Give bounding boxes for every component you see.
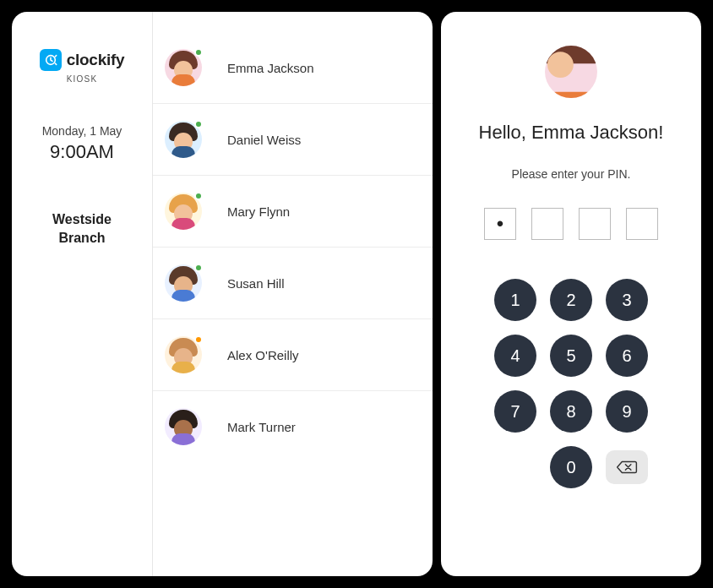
status-dot — [194, 48, 203, 57]
person-name: Susan Hill — [227, 276, 285, 291]
time-text: 9:00AM — [42, 141, 122, 163]
keypad-key-7[interactable]: 7 — [494, 390, 536, 433]
avatar — [165, 121, 202, 158]
avatar — [165, 408, 202, 445]
date-text: Monday, 1 May — [42, 124, 122, 138]
pin-input-row — [484, 208, 658, 240]
person-row[interactable]: Mark Turner — [153, 391, 433, 462]
pin-digit-box — [484, 208, 516, 240]
person-row[interactable]: Daniel Weiss — [153, 104, 433, 176]
keypad-key-2[interactable]: 2 — [550, 279, 592, 321]
keypad-key-3[interactable]: 3 — [606, 279, 648, 321]
branch-block: WestsideBranch — [52, 210, 112, 247]
keypad-spacer — [494, 446, 536, 488]
clockify-logo-icon — [40, 49, 62, 71]
pin-digit-box — [531, 208, 563, 240]
person-name: Daniel Weiss — [227, 133, 301, 147]
greeting-text: Hello, Emma Jackson! — [479, 122, 664, 144]
backspace-button[interactable] — [606, 450, 648, 484]
people-list: Emma Jackson Daniel Weiss Mary Flynn Sus… — [153, 12, 433, 576]
brand-subtitle: KIOSK — [67, 74, 98, 84]
avatar — [165, 49, 202, 86]
keypad-key-9[interactable]: 9 — [606, 390, 648, 433]
person-row[interactable]: Mary Flynn — [153, 176, 433, 248]
datetime-block: Monday, 1 May 9:00AM — [42, 124, 122, 163]
person-row[interactable]: Emma Jackson — [153, 32, 433, 104]
person-row[interactable]: Susan Hill — [153, 248, 433, 319]
keypad-key-1[interactable]: 1 — [494, 279, 536, 321]
branch-name: WestsideBranch — [52, 210, 112, 247]
status-dot — [194, 264, 203, 272]
keypad-key-4[interactable]: 4 — [494, 335, 536, 377]
selected-avatar — [545, 46, 597, 98]
person-name: Emma Jackson — [227, 61, 314, 75]
status-dot — [194, 120, 203, 128]
keypad-key-6[interactable]: 6 — [606, 335, 648, 377]
person-row[interactable]: Alex O'Reilly — [153, 319, 433, 391]
keypad: 1234567890 — [494, 279, 648, 488]
keypad-key-8[interactable]: 8 — [550, 390, 592, 433]
status-dot — [194, 335, 203, 344]
brand-name: clockify — [67, 51, 124, 69]
person-name: Mary Flynn — [227, 204, 290, 219]
pin-digit-box — [626, 208, 658, 240]
status-dot — [194, 192, 203, 200]
person-name: Alex O'Reilly — [227, 348, 299, 362]
pin-panel: Hello, Emma Jackson! Please enter your P… — [441, 12, 701, 576]
keypad-key-0[interactable]: 0 — [550, 446, 592, 488]
brand-block: clockify KIOSK — [40, 49, 124, 84]
avatar — [165, 264, 202, 302]
avatar — [165, 193, 202, 230]
pin-prompt: Please enter your PIN. — [512, 167, 631, 181]
kiosk-panel: clockify KIOSK Monday, 1 May 9:00AM West… — [12, 12, 433, 576]
sidebar: clockify KIOSK Monday, 1 May 9:00AM West… — [12, 12, 153, 576]
keypad-key-5[interactable]: 5 — [550, 335, 592, 377]
pin-digit-box — [579, 208, 611, 240]
person-name: Mark Turner — [227, 420, 296, 434]
avatar — [165, 336, 202, 373]
